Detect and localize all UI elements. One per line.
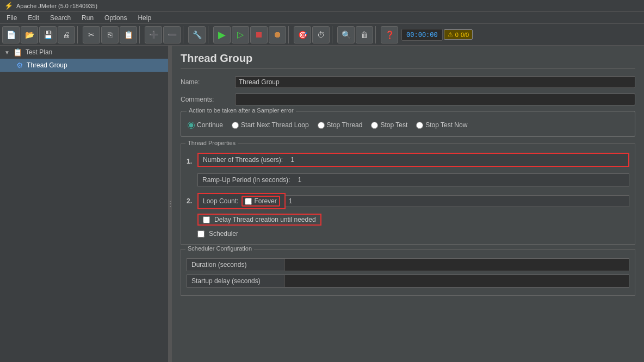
num-threads-box: Number of Threads (users): [197,153,629,167]
title-bar: ⚡ Apache JMeter (5.0 r1840935) [0,0,644,12]
toolbar-separator-7 [375,26,379,43]
toolbar: 📄 📂 💾 🖨 ✂ ⎘ 📋 ➕ ➖ 🔧 ▶ ▷ ⏹ ⏺ 🎯 ⏱ 🔍 🗑 ❓ 00… [0,24,644,46]
copy-button[interactable]: ⎘ [101,26,119,43]
add-button[interactable]: ➕ [145,26,162,43]
paste-button[interactable]: 📋 [120,26,137,43]
warning-indicator: ⚠ 0 0/0 [444,29,473,40]
radio-start-next-label: Start Next Thread Loop [241,121,309,129]
menu-run[interactable]: Run [77,13,98,23]
ramp-up-label: Ramp-Up Period (in seconds): [198,174,294,186]
toolbar-separator-5 [288,26,292,43]
delay-label-text: Delay Thread creation until needed [214,216,316,223]
duration-input[interactable] [284,258,629,271]
scheduler-row: Scheduler [197,230,629,238]
num-threads-input[interactable] [287,154,628,166]
scheduler-config-title: Scheduler Configuration [185,245,254,252]
loop-count-input[interactable] [289,197,626,205]
new-button[interactable]: 📄 [2,26,20,43]
main-layout: ▼ 📋 Test Plan ⚙ Thread Group Thread Grou… [0,46,644,362]
menu-options[interactable]: Options [100,13,131,23]
thread-group-label: Thread Group [27,61,67,69]
open-button[interactable]: 📂 [21,26,38,43]
num-threads-label: Number of Threads (users): [199,154,287,166]
menu-bar: File Edit Search Run Options Help [0,12,644,24]
remove-button[interactable]: ➖ [163,26,181,43]
startup-delay-input[interactable] [284,274,629,288]
warning-count: 0 [455,32,459,38]
loop-input-container [286,195,629,207]
panel-title: Thread Group [181,52,635,68]
comments-label: Comments: [181,96,235,103]
loop-count-box: Loop Count: Forever [197,193,629,209]
radio-continue[interactable]: Continue [188,121,223,129]
test-plan-icon: 📋 [13,48,22,57]
toolbar-separator-4 [208,26,211,43]
num-threads-row: 1. Number of Threads (users): [187,153,629,170]
startup-delay-label: Startup delay (seconds) [187,274,284,288]
expand-button[interactable]: 🔧 [188,26,206,43]
timer-display: 00:00:00 [401,29,443,41]
startup-delay-row: Startup delay (seconds) [187,274,629,288]
action-group-title: Action to be taken after a Sampler error [187,107,296,114]
content-panel: Thread Group Name: Comments: Action to b… [172,46,644,362]
action-group-box: Action to be taken after a Sampler error… [181,111,635,137]
error-count: 0/0 [461,32,469,38]
name-input[interactable] [235,76,635,88]
ramp-up-box: Ramp-Up Period (in seconds): [197,173,629,186]
toolbar-separator-6 [332,26,335,43]
save-button[interactable]: 💾 [39,26,57,43]
expand-icon: ▼ [4,49,10,55]
radio-stop-thread-label: Stop Thread [327,121,363,129]
name-label: Name: [181,78,235,86]
menu-edit[interactable]: Edit [23,13,44,23]
timer-button[interactable]: ⏱ [312,26,330,43]
clear-button[interactable]: 🗑 [356,26,373,43]
scheduler-config-section: Scheduler Configuration Duration (second… [181,249,635,296]
scheduler-checkbox[interactable] [197,230,205,238]
sidebar-item-test-plan[interactable]: ▼ 📋 Test Plan [0,46,168,59]
radio-stop-test-now-label: Stop Test Now [425,121,467,129]
search-button[interactable]: 🔍 [337,26,355,43]
warning-icon: ⚠ [448,31,453,38]
radio-stop-test[interactable]: Stop Test [371,121,407,129]
toolbar-separator-3 [183,26,186,43]
sidebar-item-thread-group[interactable]: ⚙ Thread Group [0,59,168,72]
test-plan-label: Test Plan [26,48,52,56]
forever-checkbox[interactable] [245,198,252,205]
loop-count-label: Loop Count: [203,197,238,205]
toolbar-separator-2 [139,26,143,43]
shutdown-button[interactable]: ⏺ [269,26,286,43]
save-as-button[interactable]: 🖨 [58,26,75,43]
radio-stop-test-now[interactable]: Stop Test Now [416,121,467,129]
delay-checkbox[interactable] [203,216,210,223]
radio-start-next[interactable]: Start Next Thread Loop [232,121,309,129]
cut-button[interactable]: ✂ [83,26,100,43]
comments-row: Comments: [181,93,635,105]
duration-row: Duration (seconds) [187,258,629,271]
step1-label: 1. [187,158,197,165]
help-button[interactable]: ❓ [381,26,398,43]
run-button[interactable]: ▶ [213,26,231,43]
forever-checkbox-label[interactable]: Forever [242,196,280,207]
radio-group: Continue Start Next Thread Loop Stop Thr… [188,117,628,131]
loop-label-box: Loop Count: Forever [197,193,286,209]
comments-input[interactable] [235,93,635,105]
thread-group-icon: ⚙ [16,61,23,70]
stop-button[interactable]: ⏹ [250,26,268,43]
radio-stop-thread[interactable]: Stop Thread [318,121,363,129]
radio-continue-label: Continue [197,121,223,129]
menu-file[interactable]: File [2,13,21,23]
ramp-up-input[interactable] [294,174,629,186]
duration-label: Duration (seconds) [187,258,284,271]
step2-label: 2. [187,197,197,205]
thread-props-title: Thread Properties [185,140,238,146]
scheduler-label-text: Scheduler [209,230,238,238]
menu-search[interactable]: Search [46,13,75,23]
delay-checkbox-label[interactable]: Delay Thread creation until needed [197,214,321,226]
sidebar: ▼ 📋 Test Plan ⚙ Thread Group [0,46,169,362]
scheduler-checkbox-label[interactable]: Scheduler [197,230,238,238]
menu-help[interactable]: Help [133,13,156,23]
run-no-pause-button[interactable]: ▷ [232,26,249,43]
name-row: Name: [181,76,635,88]
sampler-button[interactable]: 🎯 [294,26,311,43]
